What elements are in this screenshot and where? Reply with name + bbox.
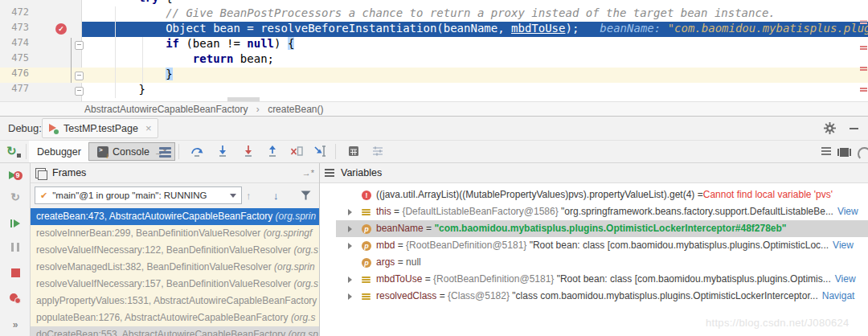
line-number[interactable]: 473: [0, 22, 29, 37]
evaluate-expression-icon[interactable]: [347, 145, 360, 158]
variable-row[interactable]: pbeanName = "com.baomidou.mybatisplus.pl…: [336, 220, 868, 237]
hide-window-icon[interactable]: [850, 128, 858, 129]
intellij-debug-screen: 471 try {472 // Give BeanPostProcessors …: [0, 0, 868, 336]
value-link[interactable]: View: [833, 237, 854, 254]
frames-panel-icon: [35, 168, 46, 178]
prev-frame-icon[interactable]: ↑: [246, 190, 252, 202]
breadcrumb-method[interactable]: createBean(): [268, 104, 323, 115]
stack-frame-row[interactable]: resolveInnerBean:299, BeanDefinitionValu…: [31, 225, 319, 242]
frames-header: Frames →*: [31, 163, 319, 183]
debug-tab-row: Debug: TestMP.testPage ×: [0, 117, 868, 141]
debug-session-tab[interactable]: TestMP.testPage ×: [42, 118, 158, 138]
layout-menu-icon[interactable]: [159, 147, 171, 159]
filter-frames-icon[interactable]: [301, 191, 311, 200]
stack-frame-row[interactable]: populateBean:1276, AbstractAutowireCapab…: [31, 309, 319, 326]
session-tab-title: TestMP.testPage: [63, 123, 138, 134]
line-number[interactable]: 471: [0, 0, 29, 6]
stack-frame-row[interactable]: createBean:473, AbstractAutowireCapableB…: [31, 208, 319, 225]
force-step-into-icon[interactable]: [242, 145, 255, 158]
code-line[interactable]: try {: [84, 0, 173, 6]
error-stripe-mark[interactable]: [860, 46, 867, 51]
thread-dropdown[interactable]: ✔ "main"@1 in group "main": RUNNING: [35, 186, 242, 204]
stack-frame-row[interactable]: resolveManagedList:382, BeanDefinitionVa…: [31, 259, 319, 276]
settings-gear-icon[interactable]: [824, 122, 836, 134]
thread-status-icon: ✔: [40, 191, 47, 201]
csdn-watermark: https://blog.csdn.net/J080624: [706, 317, 850, 329]
layout-lines-icon[interactable]: [821, 147, 831, 157]
variables-panel: Variables !((java.util.ArrayList)((Mutab…: [320, 163, 868, 336]
code-line[interactable]: Object bean = resolveBeforeInstantiation…: [84, 22, 868, 37]
code-line[interactable]: }: [84, 83, 145, 98]
variables-header: Variables: [320, 163, 868, 183]
expand-chevron-icon[interactable]: [348, 226, 352, 232]
error-icon: !: [362, 191, 371, 200]
step-over-icon[interactable]: [190, 145, 203, 158]
rerun-button[interactable]: ↻: [6, 144, 21, 158]
stack-frame-row[interactable]: resolveValueIfNecessary:157, BeanDefinit…: [31, 276, 319, 293]
code-line[interactable]: if (bean != null) {: [84, 37, 294, 52]
rerun-failed-tests-icon: ↻: [0, 191, 31, 203]
next-frame-icon[interactable]: ↓: [273, 190, 279, 202]
stop-icon[interactable]: [0, 266, 31, 281]
focus-icon[interactable]: →*: [302, 168, 314, 178]
value-link[interactable]: View: [835, 271, 856, 288]
value-link[interactable]: Navigat: [822, 288, 855, 305]
line-number[interactable]: 476: [0, 68, 29, 83]
line-number[interactable]: 477: [0, 83, 29, 98]
frames-title: Frames: [52, 167, 86, 178]
debug-test-icon: [49, 124, 59, 133]
memory-view-icon[interactable]: [840, 147, 849, 157]
code-editor[interactable]: 471 try {472 // Give BeanPostProcessors …: [0, 0, 868, 101]
expand-chevron-icon[interactable]: [348, 209, 352, 215]
more-actions-icon[interactable]: »: [0, 319, 31, 330]
stack-frame-row[interactable]: resolveValueIfNecessary:122, BeanDefinit…: [31, 242, 319, 259]
code-line[interactable]: // Give BeanPostProcessors a chance to r…: [84, 6, 776, 22]
code-line[interactable]: }: [84, 68, 173, 83]
show-execution-point-icon[interactable]: 9: [0, 168, 31, 182]
variable-row[interactable]: mbdToUse = {RootBeanDefinition@5181} "Ro…: [336, 271, 868, 288]
expand-chevron-icon[interactable]: [348, 293, 352, 300]
tab-debugger[interactable]: Debugger: [29, 141, 89, 162]
line-number[interactable]: 472: [0, 6, 29, 22]
view-breakpoints-icon[interactable]: [0, 293, 31, 307]
variable-row[interactable]: resolvedClass = {Class@5182} "class com.…: [336, 288, 868, 305]
resume-program-icon[interactable]: [0, 216, 31, 231]
error-stripe-mark[interactable]: [860, 20, 867, 25]
close-icon[interactable]: ×: [145, 123, 152, 133]
error-stripe-mark[interactable]: [860, 88, 867, 92]
thread-row: ✔ "main"@1 in group "main": RUNNING ↑ ↓: [31, 183, 319, 208]
error-stripe-mark[interactable]: [860, 67, 867, 72]
step-into-icon[interactable]: [216, 145, 229, 158]
debugger-toolbar: ↻ Debugger >↓ Console →*: [0, 141, 868, 163]
stack-frame-row[interactable]: applyPropertyValues:1531, AbstractAutowi…: [31, 293, 319, 309]
expand-chevron-icon[interactable]: [348, 277, 352, 283]
fold-marker-icon[interactable]: [75, 41, 84, 50]
variable-row[interactable]: !((java.util.ArrayList)((MutableProperty…: [336, 186, 868, 203]
step-out-icon[interactable]: [266, 145, 279, 158]
toolbar-separator: [178, 144, 179, 159]
view-options-icon[interactable]: [371, 145, 384, 158]
variable-row[interactable]: pmbd = {RootBeanDefinition@5181} "Root b…: [336, 237, 868, 254]
chevron-down-icon: [230, 194, 236, 198]
drop-frame-icon[interactable]: [290, 145, 303, 158]
variable-row[interactable]: pargs = null: [336, 254, 868, 271]
breadcrumb-class[interactable]: AbstractAutowireCapableBeanFactory: [84, 104, 248, 115]
variables-panel-icon: [325, 169, 334, 177]
code-line[interactable]: return bean;: [84, 52, 274, 68]
line-number[interactable]: 475: [0, 52, 29, 68]
fold-marker-icon[interactable]: [75, 87, 84, 96]
expand-chevron-icon[interactable]: [348, 243, 352, 249]
line-number[interactable]: 474: [0, 37, 29, 52]
parameter-icon: p: [362, 258, 371, 268]
breakpoint-icon[interactable]: ✓: [55, 23, 67, 35]
value-link[interactable]: View: [837, 203, 858, 220]
overhead-icon[interactable]: [858, 147, 868, 161]
variable-row[interactable]: this = {DefaultListableBeanFactory@1586}…: [336, 203, 868, 220]
debug-tool-window: Debug: TestMP.testPage × ↻ Debugger >↓ C…: [0, 116, 868, 336]
stack-frame-row[interactable]: doCreateBean:553, AbstractAutowireCapabl…: [31, 326, 319, 336]
toolbar-separator: [26, 144, 27, 159]
fold-marker-icon[interactable]: [75, 72, 84, 80]
breadcrumb: AbstractAutowireCapableBeanFactory › cre…: [0, 101, 868, 116]
inline-debugger-hint: beanName:: [600, 22, 667, 35]
run-to-cursor-icon[interactable]: [314, 145, 327, 158]
